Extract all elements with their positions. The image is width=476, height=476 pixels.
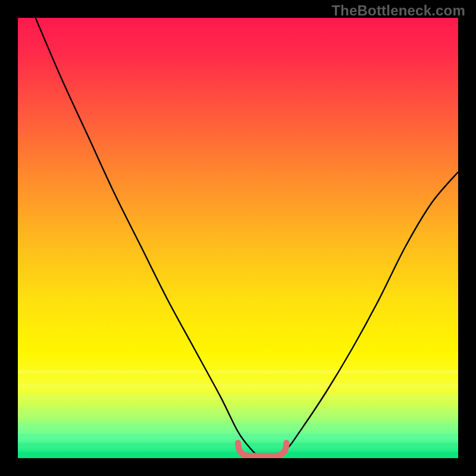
bottleneck-curve-path: [36, 18, 458, 457]
chart-frame: TheBottleneck.com: [0, 0, 476, 476]
curve-layer: [18, 18, 458, 458]
plot-area: [18, 18, 458, 458]
valley-marker-path: [238, 443, 286, 456]
watermark-text: TheBottleneck.com: [331, 2, 465, 19]
